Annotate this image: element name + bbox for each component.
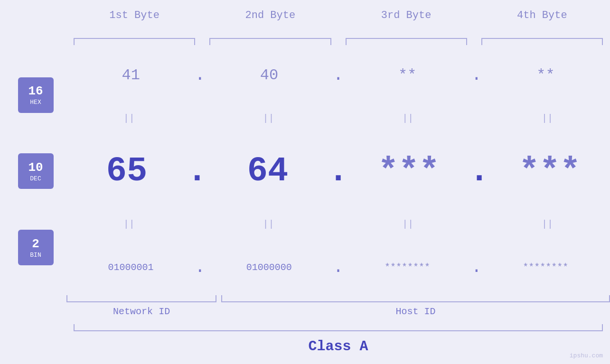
- bin-b4-cell: ********: [481, 262, 610, 273]
- hex-badge-label: HEX: [30, 99, 41, 106]
- dec-b3: ***: [378, 152, 440, 191]
- network-bracket: [66, 295, 216, 302]
- header-row: 1st Byte 2nd Byte 3rd Byte 4th Byte: [66, 9, 610, 38]
- hex-b2: 40: [260, 66, 278, 84]
- eq2-b4: ||: [485, 219, 610, 230]
- hex-badge: 16 HEX: [18, 77, 54, 113]
- main-container: 1st Byte 2nd Byte 3rd Byte 4th Byte 16 H…: [0, 0, 610, 364]
- bracket-b4: [481, 38, 603, 45]
- hex-b3-cell: **: [343, 66, 472, 84]
- content-area: 16 HEX 10 DEC 2 BIN 41 . 40: [0, 52, 610, 295]
- byte3-label: 3rd Byte: [338, 9, 474, 21]
- outer-bracket: [74, 324, 603, 331]
- watermark: ipshu.com: [570, 352, 603, 359]
- bin-b2: 01000000: [246, 262, 292, 273]
- eq1-b1: ||: [66, 113, 192, 124]
- bracket-b3: [346, 38, 467, 45]
- bin-badge: 2 BIN: [18, 230, 54, 265]
- dec-b1-cell: 65: [66, 152, 187, 191]
- hex-b2-cell: 40: [205, 66, 333, 84]
- eq2-b3: ||: [346, 219, 471, 230]
- bin-badge-number: 2: [32, 237, 39, 252]
- dec-dot3: .: [469, 152, 489, 191]
- hex-badge-number: 16: [28, 84, 43, 99]
- byte1-label: 1st Byte: [66, 9, 202, 21]
- dec-b4-cell: ***: [489, 152, 610, 191]
- hex-b4: **: [536, 66, 554, 84]
- dec-badge-label: DEC: [30, 175, 41, 182]
- hex-b1: 41: [122, 66, 140, 84]
- bin-b3-cell: ********: [343, 262, 472, 273]
- bin-b1: 01000001: [108, 262, 154, 273]
- top-brackets: [66, 38, 610, 47]
- host-id-label: Host ID: [221, 306, 610, 317]
- dec-b1: 65: [106, 152, 147, 191]
- network-id-label: Network ID: [66, 306, 216, 317]
- bracket-b2: [209, 38, 331, 45]
- dec-b4: ***: [519, 152, 581, 191]
- byte2-label: 2nd Byte: [202, 9, 338, 21]
- id-label-row: Network ID Host ID: [66, 306, 610, 317]
- dec-dot1: .: [187, 152, 207, 191]
- values-area: 41 . 40 . ** . ** || ||: [66, 52, 610, 295]
- bin-b3: ********: [385, 262, 430, 273]
- bin-b4: ********: [523, 262, 568, 273]
- bin-value-row: 01000001 . 01000000 . ******** . *******…: [66, 258, 610, 277]
- dec-dot2: .: [328, 152, 348, 191]
- hex-value-row: 41 . 40 . ** . **: [66, 65, 610, 85]
- eq1-b2: ||: [206, 113, 331, 124]
- hex-b4-cell: **: [481, 66, 610, 84]
- eq1-b3: ||: [346, 113, 471, 124]
- bracket-b1: [74, 38, 195, 45]
- eq1-b4: ||: [485, 113, 610, 124]
- dec-badge: 10 DEC: [18, 153, 54, 189]
- dec-b3-cell: ***: [348, 152, 469, 191]
- host-bracket: [221, 295, 610, 302]
- dec-b2: 64: [247, 152, 288, 191]
- eq-row-2: || || || ||: [66, 217, 610, 232]
- eq2-b2: ||: [206, 219, 331, 230]
- dec-b2-cell: 64: [207, 152, 328, 191]
- hex-b3: **: [398, 66, 416, 84]
- bottom-section: Network ID Host ID Class A: [66, 295, 610, 364]
- badges-column: 16 HEX 10 DEC 2 BIN: [0, 52, 66, 295]
- dec-badge-number: 10: [28, 160, 43, 175]
- bin-badge-label: BIN: [30, 252, 41, 259]
- bin-b1-cell: 01000001: [66, 262, 195, 273]
- class-label: Class A: [66, 334, 610, 359]
- dec-value-row: 65 . 64 . *** . ***: [66, 152, 610, 191]
- eq2-b1: ||: [66, 219, 192, 230]
- bin-b2-cell: 01000000: [205, 262, 333, 273]
- hex-b1-cell: 41: [66, 66, 195, 84]
- byte4-label: 4th Byte: [474, 9, 610, 21]
- eq-row-1: || || || ||: [66, 111, 610, 125]
- bottom-bracket-row: [66, 295, 610, 302]
